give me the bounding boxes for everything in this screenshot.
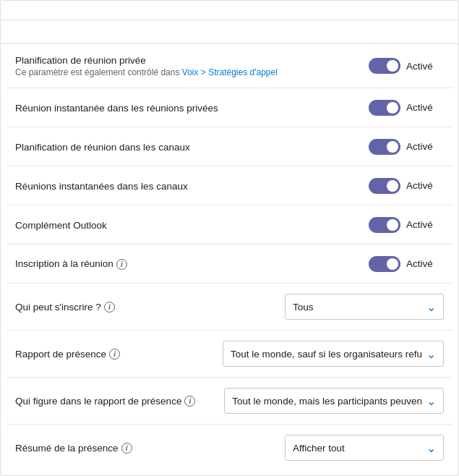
label-wrap-private-meeting: Planification de réunion privéeCe paramè…	[15, 54, 369, 77]
setting-label-rapport-presence: Rapport de présencei	[15, 349, 120, 360]
toggle-wrap-inscription: Activé	[369, 256, 444, 272]
toggle-track-instant-channel	[369, 178, 400, 194]
toggle-thumb-private-meeting	[387, 60, 398, 72]
info-icon-inscription[interactable]: i	[116, 259, 127, 270]
toggle-label-private-meeting: Activé	[406, 61, 444, 72]
toggle-wrap-channel-meeting: Activé	[369, 139, 444, 155]
label-wrap-inscription: Inscription à la réunioni	[15, 258, 369, 270]
label-wrap-channel-meeting: Planification de réunion dans les canaux	[15, 141, 369, 153]
toggle-thumb-inscription	[387, 258, 398, 270]
toggle-label-inscription: Activé	[406, 258, 444, 269]
label-wrap-instant-private: Réunion instantanée dans les réunions pr…	[15, 102, 369, 114]
label-wrap-resume-presence: Résumé de la présencei	[15, 442, 285, 454]
setting-label-channel-meeting: Planification de réunion dans les canaux	[15, 142, 190, 153]
setting-row-outlook-addon: Complément OutlookActivé	[7, 205, 452, 245]
settings-list: Planification de réunion privéeCe paramè…	[1, 44, 458, 471]
toggle-private-meeting[interactable]	[369, 58, 400, 74]
setting-label-instant-channel: Réunions instantanées dans les canaux	[15, 181, 188, 192]
toggle-label-instant-channel: Activé	[406, 180, 444, 191]
dropdown-chevron-rapport-presence: ⌄	[426, 347, 436, 361]
setting-row-rapport-presence: Rapport de présenceiTout le monde, sauf …	[7, 331, 452, 378]
setting-row-instant-private: Réunion instantanée dans les réunions pr…	[7, 88, 452, 127]
dropdown-chevron-qui-peut: ⌄	[426, 300, 436, 314]
dropdown-resume-presence[interactable]: Afficher tout⌄	[285, 435, 444, 461]
setting-row-instant-channel: Réunions instantanées dans les canauxAct…	[7, 166, 452, 205]
setting-label-qui-peut: Qui peut s'inscrire ?i	[15, 302, 115, 313]
toggle-track-instant-private	[369, 100, 400, 116]
dropdown-wrap-qui-peut: Tous⌄	[285, 294, 444, 320]
setting-row-figure-rapport: Qui figure dans le rapport de présenceiT…	[7, 378, 452, 425]
dropdown-chevron-resume-presence: ⌄	[426, 441, 436, 455]
toggle-instant-private[interactable]	[369, 100, 400, 116]
toggle-track-private-meeting	[369, 58, 400, 74]
panel-description	[1, 20, 458, 44]
toggle-channel-meeting[interactable]	[369, 139, 400, 155]
info-icon-qui-peut[interactable]: i	[104, 302, 115, 313]
toggle-label-instant-private: Activé	[406, 102, 444, 113]
dropdown-value-figure-rapport: Tout le monde, mais les participants peu…	[232, 396, 422, 407]
setting-row-resume-presence: Résumé de la présenceiAfficher tout⌄	[7, 425, 452, 471]
info-icon-figure-rapport[interactable]: i	[184, 396, 195, 407]
toggle-thumb-channel-meeting	[387, 141, 398, 153]
setting-label-resume-presence: Résumé de la présencei	[15, 443, 132, 454]
toggle-thumb-instant-channel	[387, 180, 398, 192]
setting-label-outlook-addon: Complément Outlook	[15, 220, 107, 231]
toggle-inscription[interactable]	[369, 256, 400, 272]
dropdown-value-rapport-presence: Tout le monde, sauf si les organisateurs…	[231, 349, 422, 360]
setting-label-private-meeting: Planification de réunion privée	[15, 55, 146, 66]
dropdown-wrap-rapport-presence: Tout le monde, sauf si les organisateurs…	[223, 341, 444, 367]
panel-planification: Planification de réunion privéeCe paramè…	[0, 0, 459, 476]
dropdown-chevron-figure-rapport: ⌄	[426, 394, 436, 408]
sublabel-link-private-meeting[interactable]: Voix > Stratégies d'appel	[182, 67, 278, 77]
setting-row-inscription: Inscription à la réunioniActivé	[7, 245, 452, 284]
setting-label-figure-rapport: Qui figure dans le rapport de présencei	[15, 396, 195, 407]
dropdown-wrap-resume-presence: Afficher tout⌄	[285, 435, 444, 461]
toggle-track-channel-meeting	[369, 139, 400, 155]
dropdown-value-qui-peut: Tous	[293, 302, 422, 313]
label-wrap-rapport-presence: Rapport de présencei	[15, 348, 223, 360]
label-wrap-instant-channel: Réunions instantanées dans les canaux	[15, 180, 369, 192]
dropdown-value-resume-presence: Afficher tout	[293, 443, 422, 454]
setting-row-channel-meeting: Planification de réunion dans les canaux…	[7, 127, 452, 166]
setting-sublabel-private-meeting: Ce paramètre est également contrôlé dans…	[15, 67, 354, 77]
toggle-wrap-outlook-addon: Activé	[369, 217, 444, 233]
toggle-track-outlook-addon	[369, 217, 400, 233]
dropdown-qui-peut[interactable]: Tous⌄	[285, 294, 444, 320]
setting-label-instant-private: Réunion instantanée dans les réunions pr…	[15, 103, 218, 114]
toggle-instant-channel[interactable]	[369, 178, 400, 194]
toggle-track-inscription	[369, 256, 400, 272]
info-icon-rapport-presence[interactable]: i	[109, 349, 120, 360]
toggle-wrap-instant-private: Activé	[369, 100, 444, 116]
dropdown-rapport-presence[interactable]: Tout le monde, sauf si les organisateurs…	[223, 341, 444, 367]
toggle-wrap-instant-channel: Activé	[369, 178, 444, 194]
setting-row-private-meeting: Planification de réunion privéeCe paramè…	[7, 44, 452, 88]
toggle-label-outlook-addon: Activé	[406, 219, 444, 230]
toggle-wrap-private-meeting: Activé	[369, 58, 444, 74]
dropdown-figure-rapport[interactable]: Tout le monde, mais les participants peu…	[224, 388, 444, 414]
label-wrap-qui-peut: Qui peut s'inscrire ?i	[15, 301, 285, 313]
toggle-thumb-instant-private	[387, 102, 398, 114]
dropdown-wrap-figure-rapport: Tout le monde, mais les participants peu…	[224, 388, 444, 414]
toggle-label-channel-meeting: Activé	[406, 141, 444, 152]
toggle-outlook-addon[interactable]	[369, 217, 400, 233]
info-icon-resume-presence[interactable]: i	[121, 443, 132, 454]
toggle-thumb-outlook-addon	[387, 219, 398, 231]
label-wrap-figure-rapport: Qui figure dans le rapport de présencei	[15, 395, 224, 407]
setting-label-inscription: Inscription à la réunioni	[15, 258, 127, 269]
label-wrap-outlook-addon: Complément Outlook	[15, 219, 369, 231]
setting-row-qui-peut: Qui peut s'inscrire ?iTous⌄	[7, 284, 452, 331]
panel-header	[1, 1, 458, 20]
